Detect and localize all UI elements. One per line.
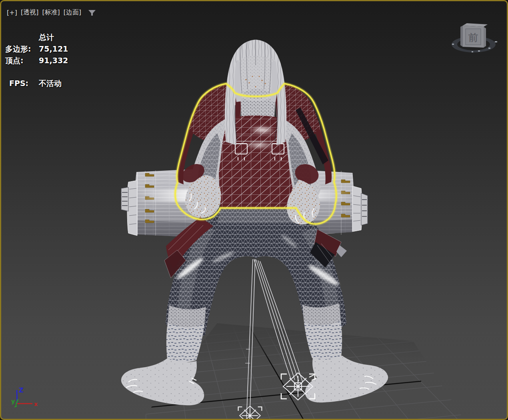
viewport-menu-pov[interactable]: [透视] (21, 8, 38, 17)
viewport[interactable]: [+] [透视] [标准] [边面] 总计 多边形: 75,121 顶点: 91… (0, 0, 508, 420)
axis-y-label: y (11, 398, 15, 404)
viewcube-front-label: 前 (468, 32, 478, 43)
stats-fps-value: 不活动 (39, 78, 68, 89)
stats-vertices-label: 顶点: (5, 55, 39, 66)
viewport-menu-quality[interactable]: [标准] (42, 8, 60, 17)
viewport-menu-shading[interactable]: [边面] (64, 8, 81, 17)
stats-title: 总计 (39, 32, 68, 43)
stats-polygons-label: 多边形: (5, 43, 39, 55)
axis-x: x (17, 401, 38, 407)
filter-icon[interactable] (88, 10, 96, 17)
viewport-label: [+] [透视] [标准] [边面] (7, 8, 96, 17)
viewcube-cube[interactable]: 前 (460, 23, 488, 48)
stats-polygons-value: 75,121 (39, 43, 68, 55)
axis-x-label: x (34, 401, 38, 407)
axis-z-label: Z (19, 386, 24, 394)
viewport-menu-general[interactable]: [+] (7, 9, 17, 16)
statistics-overlay: 总计 多边形: 75,121 顶点: 91,332 FPS: 不活动 (5, 32, 68, 89)
stats-vertices-value: 91,332 (39, 55, 68, 66)
scene-canvas[interactable] (1, 1, 508, 420)
viewcube[interactable]: 前 (448, 21, 501, 58)
boot-left (121, 358, 204, 405)
world-axis-gizmo: Z y x (4, 379, 48, 419)
stats-fps-label: FPS: (5, 78, 39, 89)
